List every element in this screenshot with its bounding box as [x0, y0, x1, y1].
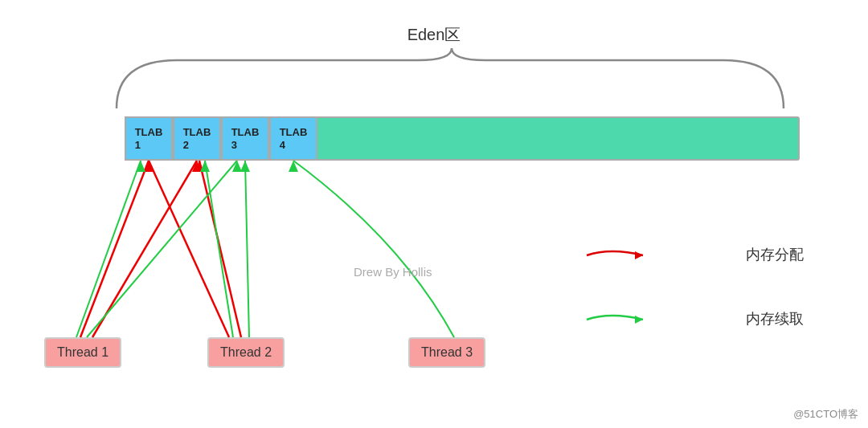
- svg-line-0: [80, 161, 149, 337]
- svg-line-6: [199, 161, 241, 337]
- svg-line-10: [245, 161, 249, 337]
- tlab-box-4: TLAB4: [269, 116, 317, 161]
- legend-memory-read: 内存续取: [746, 309, 804, 328]
- svg-marker-1: [144, 161, 154, 172]
- tlab-box-3: TLAB3: [221, 116, 269, 161]
- thread3-box: Thread 3: [408, 337, 485, 368]
- svg-line-2: [92, 161, 197, 337]
- watermark: Drew By Hollis: [354, 265, 432, 279]
- tlab-container: TLAB1 TLAB2 TLAB3 TLAB4: [125, 116, 317, 161]
- svg-line-12: [205, 161, 233, 337]
- svg-marker-5: [144, 161, 154, 172]
- thread2-box: Thread 2: [207, 337, 285, 368]
- svg-line-8: [76, 161, 141, 337]
- tlab-box-1: TLAB1: [125, 116, 173, 161]
- tlab-box-2: TLAB2: [173, 116, 221, 161]
- legend-memory-alloc: 内存分配: [746, 245, 804, 264]
- svg-marker-13: [200, 161, 210, 172]
- diagram-container: Eden区 TLAB1 TLAB2 TLAB3 TLAB4 Thread 1 T…: [0, 0, 868, 428]
- svg-marker-17: [635, 251, 643, 259]
- svg-marker-11: [240, 161, 250, 172]
- svg-marker-7: [194, 161, 204, 172]
- svg-marker-18: [635, 316, 643, 324]
- eden-brace: [113, 44, 792, 116]
- eden-label: Eden区: [407, 24, 461, 46]
- svg-line-15: [87, 161, 237, 337]
- site-watermark: @51CTO博客: [793, 407, 858, 422]
- svg-marker-16: [232, 161, 242, 172]
- svg-marker-14: [289, 161, 298, 172]
- svg-marker-9: [136, 161, 145, 172]
- svg-line-4: [149, 161, 229, 337]
- thread1-box: Thread 1: [44, 337, 121, 368]
- svg-marker-3: [192, 161, 202, 172]
